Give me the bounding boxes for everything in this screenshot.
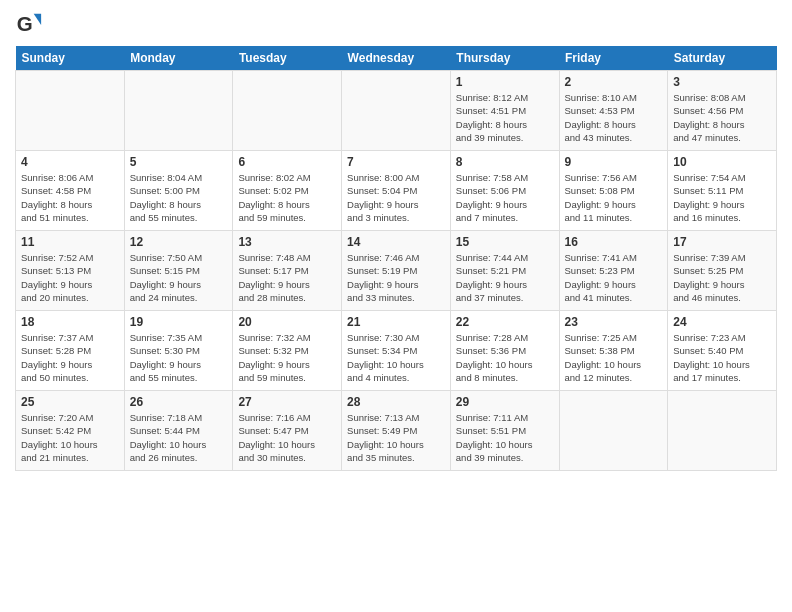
calendar-cell: 5Sunrise: 8:04 AM Sunset: 5:00 PM Daylig… [124,151,233,231]
day-number: 24 [673,315,771,329]
day-number: 11 [21,235,119,249]
calendar-cell: 24Sunrise: 7:23 AM Sunset: 5:40 PM Dayli… [668,311,777,391]
day-number: 5 [130,155,228,169]
day-info: Sunrise: 7:48 AM Sunset: 5:17 PM Dayligh… [238,251,336,304]
calendar-week-row: 11Sunrise: 7:52 AM Sunset: 5:13 PM Dayli… [16,231,777,311]
calendar-cell [342,71,451,151]
day-number: 27 [238,395,336,409]
day-info: Sunrise: 7:30 AM Sunset: 5:34 PM Dayligh… [347,331,445,384]
calendar-cell: 9Sunrise: 7:56 AM Sunset: 5:08 PM Daylig… [559,151,668,231]
day-number: 8 [456,155,554,169]
day-number: 10 [673,155,771,169]
day-info: Sunrise: 7:16 AM Sunset: 5:47 PM Dayligh… [238,411,336,464]
calendar-week-row: 25Sunrise: 7:20 AM Sunset: 5:42 PM Dayli… [16,391,777,471]
header-day: Wednesday [342,46,451,71]
calendar-cell: 27Sunrise: 7:16 AM Sunset: 5:47 PM Dayli… [233,391,342,471]
calendar-cell: 4Sunrise: 8:06 AM Sunset: 4:58 PM Daylig… [16,151,125,231]
day-number: 21 [347,315,445,329]
header-day: Saturday [668,46,777,71]
header-day: Tuesday [233,46,342,71]
calendar-cell [124,71,233,151]
day-number: 22 [456,315,554,329]
day-number: 6 [238,155,336,169]
calendar-cell: 6Sunrise: 8:02 AM Sunset: 5:02 PM Daylig… [233,151,342,231]
day-number: 13 [238,235,336,249]
day-number: 4 [21,155,119,169]
day-info: Sunrise: 7:32 AM Sunset: 5:32 PM Dayligh… [238,331,336,384]
day-info: Sunrise: 7:13 AM Sunset: 5:49 PM Dayligh… [347,411,445,464]
day-number: 16 [565,235,663,249]
day-info: Sunrise: 7:37 AM Sunset: 5:28 PM Dayligh… [21,331,119,384]
day-info: Sunrise: 7:20 AM Sunset: 5:42 PM Dayligh… [21,411,119,464]
day-info: Sunrise: 8:04 AM Sunset: 5:00 PM Dayligh… [130,171,228,224]
calendar-body: 1Sunrise: 8:12 AM Sunset: 4:51 PM Daylig… [16,71,777,471]
calendar-cell: 15Sunrise: 7:44 AM Sunset: 5:21 PM Dayli… [450,231,559,311]
day-info: Sunrise: 7:18 AM Sunset: 5:44 PM Dayligh… [130,411,228,464]
day-info: Sunrise: 7:25 AM Sunset: 5:38 PM Dayligh… [565,331,663,384]
calendar-cell: 17Sunrise: 7:39 AM Sunset: 5:25 PM Dayli… [668,231,777,311]
calendar-cell: 13Sunrise: 7:48 AM Sunset: 5:17 PM Dayli… [233,231,342,311]
calendar-cell: 25Sunrise: 7:20 AM Sunset: 5:42 PM Dayli… [16,391,125,471]
day-number: 29 [456,395,554,409]
calendar-cell: 14Sunrise: 7:46 AM Sunset: 5:19 PM Dayli… [342,231,451,311]
day-info: Sunrise: 7:11 AM Sunset: 5:51 PM Dayligh… [456,411,554,464]
day-number: 17 [673,235,771,249]
calendar-cell: 21Sunrise: 7:30 AM Sunset: 5:34 PM Dayli… [342,311,451,391]
day-info: Sunrise: 8:02 AM Sunset: 5:02 PM Dayligh… [238,171,336,224]
day-number: 15 [456,235,554,249]
calendar-week-row: 18Sunrise: 7:37 AM Sunset: 5:28 PM Dayli… [16,311,777,391]
day-info: Sunrise: 7:56 AM Sunset: 5:08 PM Dayligh… [565,171,663,224]
day-info: Sunrise: 7:28 AM Sunset: 5:36 PM Dayligh… [456,331,554,384]
header-day: Friday [559,46,668,71]
day-info: Sunrise: 7:35 AM Sunset: 5:30 PM Dayligh… [130,331,228,384]
calendar-cell: 1Sunrise: 8:12 AM Sunset: 4:51 PM Daylig… [450,71,559,151]
day-number: 1 [456,75,554,89]
day-number: 28 [347,395,445,409]
calendar-cell: 23Sunrise: 7:25 AM Sunset: 5:38 PM Dayli… [559,311,668,391]
day-info: Sunrise: 7:54 AM Sunset: 5:11 PM Dayligh… [673,171,771,224]
calendar-cell: 22Sunrise: 7:28 AM Sunset: 5:36 PM Dayli… [450,311,559,391]
calendar-cell: 20Sunrise: 7:32 AM Sunset: 5:32 PM Dayli… [233,311,342,391]
calendar-cell: 11Sunrise: 7:52 AM Sunset: 5:13 PM Dayli… [16,231,125,311]
calendar-cell: 16Sunrise: 7:41 AM Sunset: 5:23 PM Dayli… [559,231,668,311]
day-info: Sunrise: 8:12 AM Sunset: 4:51 PM Dayligh… [456,91,554,144]
calendar-cell: 8Sunrise: 7:58 AM Sunset: 5:06 PM Daylig… [450,151,559,231]
calendar-cell: 12Sunrise: 7:50 AM Sunset: 5:15 PM Dayli… [124,231,233,311]
page-header: G [15,10,777,38]
calendar-header: SundayMondayTuesdayWednesdayThursdayFrid… [16,46,777,71]
calendar-cell: 2Sunrise: 8:10 AM Sunset: 4:53 PM Daylig… [559,71,668,151]
day-number: 26 [130,395,228,409]
calendar-cell: 29Sunrise: 7:11 AM Sunset: 5:51 PM Dayli… [450,391,559,471]
day-number: 23 [565,315,663,329]
day-info: Sunrise: 8:10 AM Sunset: 4:53 PM Dayligh… [565,91,663,144]
day-info: Sunrise: 7:46 AM Sunset: 5:19 PM Dayligh… [347,251,445,304]
day-info: Sunrise: 7:39 AM Sunset: 5:25 PM Dayligh… [673,251,771,304]
calendar-week-row: 1Sunrise: 8:12 AM Sunset: 4:51 PM Daylig… [16,71,777,151]
day-info: Sunrise: 8:06 AM Sunset: 4:58 PM Dayligh… [21,171,119,224]
calendar-cell: 26Sunrise: 7:18 AM Sunset: 5:44 PM Dayli… [124,391,233,471]
logo: G [15,10,47,38]
header-day: Thursday [450,46,559,71]
day-number: 3 [673,75,771,89]
day-number: 7 [347,155,445,169]
calendar-cell: 7Sunrise: 8:00 AM Sunset: 5:04 PM Daylig… [342,151,451,231]
header-day: Monday [124,46,233,71]
calendar-cell: 10Sunrise: 7:54 AM Sunset: 5:11 PM Dayli… [668,151,777,231]
day-info: Sunrise: 7:50 AM Sunset: 5:15 PM Dayligh… [130,251,228,304]
calendar-cell [668,391,777,471]
day-number: 12 [130,235,228,249]
day-info: Sunrise: 8:00 AM Sunset: 5:04 PM Dayligh… [347,171,445,224]
day-number: 2 [565,75,663,89]
day-number: 18 [21,315,119,329]
calendar-week-row: 4Sunrise: 8:06 AM Sunset: 4:58 PM Daylig… [16,151,777,231]
header-day: Sunday [16,46,125,71]
day-number: 20 [238,315,336,329]
calendar-cell: 3Sunrise: 8:08 AM Sunset: 4:56 PM Daylig… [668,71,777,151]
header-row: SundayMondayTuesdayWednesdayThursdayFrid… [16,46,777,71]
calendar-cell: 28Sunrise: 7:13 AM Sunset: 5:49 PM Dayli… [342,391,451,471]
day-number: 19 [130,315,228,329]
day-info: Sunrise: 7:41 AM Sunset: 5:23 PM Dayligh… [565,251,663,304]
calendar-cell [233,71,342,151]
calendar-cell: 18Sunrise: 7:37 AM Sunset: 5:28 PM Dayli… [16,311,125,391]
logo-icon: G [15,10,43,38]
